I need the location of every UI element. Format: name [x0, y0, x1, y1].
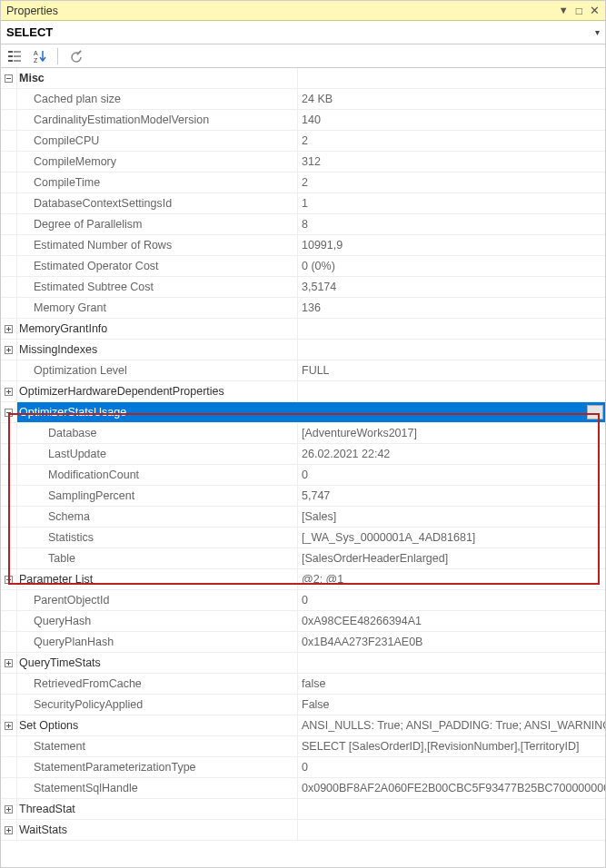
prop-stats-table[interactable]: Table[SalesOrderHeaderEnlarged]: [17, 548, 605, 569]
categorized-button[interactable]: [5, 46, 25, 66]
category-misc[interactable]: Misc: [17, 68, 605, 89]
property-pages-button[interactable]: [65, 46, 85, 66]
prop-thread-stat[interactable]: ThreadStat: [17, 799, 605, 820]
selected-object-label: SELECT: [6, 25, 53, 39]
prop-stats-sampling[interactable]: SamplingPercent5,747: [17, 486, 605, 507]
svg-rect-5: [14, 60, 21, 62]
svg-rect-0: [8, 51, 13, 53]
prop-stats-statistics[interactable]: Statistics[_WA_Sys_0000001A_4AD81681]: [17, 528, 605, 548]
prop-estimated-subtree-cost[interactable]: Estimated Subtree Cost3,5174: [17, 277, 605, 298]
prop-statement-sql-handle[interactable]: StatementSqlHandle0x0900BF8AF2A060FE2B00…: [17, 778, 605, 799]
prop-stats-database[interactable]: Database[AdventureWorks2017]: [17, 423, 605, 444]
prop-parent-object-id[interactable]: ParentObjectId0: [17, 590, 605, 611]
ellipsis-button[interactable]: …: [587, 405, 603, 419]
svg-rect-4: [8, 60, 13, 62]
prop-optimizer-hw-props[interactable]: OptimizerHardwareDependentProperties: [17, 381, 605, 402]
expand-toggle[interactable]: [1, 340, 17, 360]
expand-toggle[interactable]: [1, 381, 17, 402]
prop-query-time-stats[interactable]: QueryTimeStats: [17, 653, 605, 674]
toolbar: A Z: [1, 44, 605, 68]
prop-retrieved-from-cache[interactable]: RetrievedFromCachefalse: [17, 674, 605, 695]
prop-query-plan-hash[interactable]: QueryPlanHash0x1B4AA273F231AE0B: [17, 632, 605, 653]
toolbar-separator: [57, 48, 58, 64]
prop-stats-lastupdate[interactable]: LastUpdate26.02.2021 22:42: [17, 444, 605, 465]
expand-toggle[interactable]: [1, 820, 17, 841]
expand-toggle[interactable]: [1, 799, 17, 820]
prop-stats-schema[interactable]: Schema[Sales]: [17, 507, 605, 528]
expand-toggle[interactable]: [1, 715, 17, 736]
prop-cardinality-estimation[interactable]: CardinalityEstimationModelVersion140: [17, 110, 605, 131]
alphabetical-button[interactable]: A Z: [30, 46, 50, 66]
expand-toggle[interactable]: [1, 653, 17, 674]
svg-text:A: A: [34, 50, 38, 56]
prop-compile-time[interactable]: CompileTime2: [17, 173, 605, 193]
svg-text:Z: Z: [34, 57, 38, 64]
close-icon[interactable]: ✕: [590, 5, 600, 16]
expand-toggle[interactable]: [1, 319, 17, 340]
collapse-toggle[interactable]: [1, 68, 17, 89]
prop-memory-grant[interactable]: Memory Grant136: [17, 298, 605, 319]
prop-memory-grant-info[interactable]: MemoryGrantInfo: [17, 319, 605, 340]
prop-compile-cpu[interactable]: CompileCPU2: [17, 131, 605, 152]
prop-security-policy-applied[interactable]: SecurityPolicyAppliedFalse: [17, 695, 605, 715]
maximize-icon[interactable]: □: [576, 5, 582, 16]
object-selector[interactable]: SELECT ▾: [1, 21, 605, 44]
chevron-down-icon: ▾: [595, 27, 600, 37]
prop-optimizer-stats-usage[interactable]: OptimizerStatsUsage …: [17, 402, 605, 423]
expand-toggle[interactable]: [1, 569, 17, 590]
prop-statement[interactable]: StatementSELECT [SalesOrderID],[Revision…: [17, 736, 605, 757]
prop-compile-memory[interactable]: CompileMemory312: [17, 152, 605, 173]
svg-rect-3: [14, 55, 21, 57]
dropdown-icon[interactable]: ▼: [559, 5, 569, 15]
titlebar: Properties ▼ □ ✕: [1, 1, 605, 21]
collapse-toggle[interactable]: [1, 402, 17, 423]
prop-set-options[interactable]: Set OptionsANSI_NULLS: True; ANSI_PADDIN…: [17, 715, 605, 736]
prop-cached-plan-size[interactable]: Cached plan size24 KB: [17, 89, 605, 110]
prop-degree-parallelism[interactable]: Degree of Parallelism8: [17, 214, 605, 235]
prop-statement-param-type[interactable]: StatementParameterizationType0: [17, 757, 605, 778]
prop-query-hash[interactable]: QueryHash0xA98CEE48266394A1: [17, 611, 605, 632]
svg-rect-1: [14, 51, 21, 53]
svg-rect-2: [8, 55, 13, 57]
prop-wait-stats[interactable]: WaitStats: [17, 820, 605, 841]
prop-stats-modcount[interactable]: ModificationCount0: [17, 465, 605, 486]
prop-estimated-operator-cost[interactable]: Estimated Operator Cost0 (0%): [17, 256, 605, 277]
window-title: Properties: [6, 5, 58, 17]
prop-estimated-rows[interactable]: Estimated Number of Rows10991,9: [17, 235, 605, 256]
prop-missing-indexes[interactable]: MissingIndexes: [17, 340, 605, 360]
prop-optimization-level[interactable]: Optimization LevelFULL: [17, 360, 605, 381]
property-grid: Misc Cached plan size24 KB CardinalityEs…: [1, 68, 605, 841]
prop-parameter-list[interactable]: Parameter List@2; @1: [17, 569, 605, 590]
prop-db-context-settings[interactable]: DatabaseContextSettingsId1: [17, 193, 605, 214]
